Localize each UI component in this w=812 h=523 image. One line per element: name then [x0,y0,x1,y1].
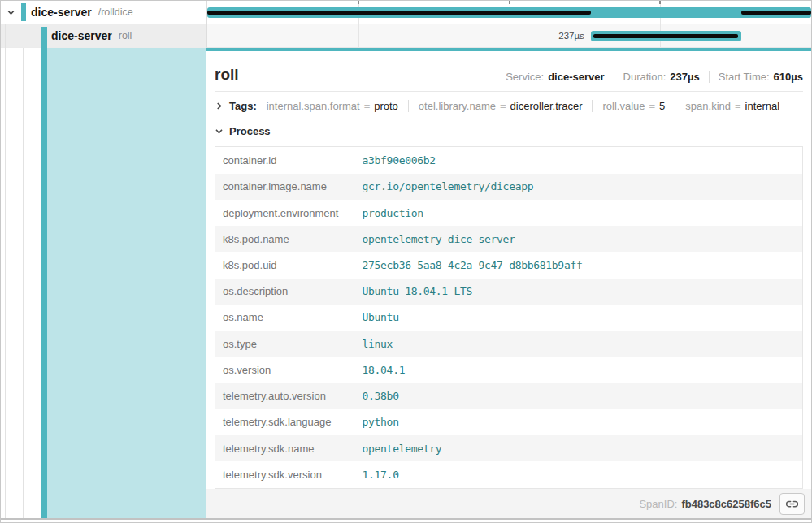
span-detail-footer: SpanID: fb483c8c6258f6c5 [206,489,811,518]
divider [709,71,710,83]
tag-item: internal.span.format=proto [267,100,398,112]
tags-accordion-toggle[interactable]: Tags: internal.span.format=protootel.lib… [206,92,811,119]
process-value: linux [363,331,803,357]
process-key: telemetry.sdk.version [215,461,363,488]
tag-item: span.kind=internal [685,100,779,112]
service-name: dice-server [51,29,112,42]
operation-name: roll [119,30,132,41]
process-label: Process [229,125,271,137]
service-value: dice-server [548,71,604,83]
process-row: k8s.pod.nameopentelemetry-dice-server [215,226,803,252]
ruler-tick [509,1,510,4]
divider [675,100,675,112]
process-accordion-toggle[interactable]: Process [206,119,811,143]
process-row: container.image.namegcr.io/opentelemetry… [215,174,803,200]
process-row: os.typelinux [215,331,803,357]
span-id-value: fb483c8c6258f6c5 [681,498,771,510]
span-id-label: SpanID: [639,498,677,510]
process-row: telemetry.sdk.nameopentelemetry [215,435,803,461]
span-duration-label: 237µs [558,31,584,41]
divider [408,100,409,112]
timeline-cell-roll: 237µs [206,24,811,48]
span-operation-title: roll [215,66,239,83]
service-name: dice-server [31,6,92,19]
span-bar-stripe [593,34,738,38]
start-time-label: Start Time: [719,71,770,83]
process-value: opentelemetry [363,435,803,461]
duration-value: 237µs [670,71,699,83]
start-time-value: 610µs [774,71,803,83]
process-value: 18.04.1 [363,357,803,383]
ruler-tick [659,1,661,4]
selected-span-accent-rail [41,27,47,518]
tag-val: proto [374,100,398,112]
span-overview: Service: dice-server Duration: 237µs Sta… [506,71,803,83]
timeline-cell-rolldice [206,1,811,24]
chevron-down-icon [215,127,224,136]
tag-eq: = [649,100,656,112]
process-row: os.nameUbuntu [215,305,803,331]
process-row: os.version18.04.1 [215,357,803,383]
process-key: container.id [215,147,363,174]
duration-label: Duration: [623,71,667,83]
process-value: 0.38b0 [363,383,803,409]
selected-span-accent-fill [47,48,206,518]
tag-item: otel.library.name=diceroller.tracer [419,100,583,112]
tag-key: otel.library.name [419,100,496,112]
span-color-block [21,3,26,21]
span-bar-stripe [207,11,591,15]
tag-val: 5 [659,100,665,112]
divider [592,100,593,112]
jaeger-trace-view: dice-server /rolldice dice-server roll 2… [0,0,812,523]
gridline [510,24,510,47]
span-bar-rolldice[interactable] [207,7,811,18]
tags-summary: internal.span.format=protootel.library.n… [267,100,780,112]
tag-item: roll.value=5 [602,100,665,112]
process-key: telemetry.sdk.name [215,435,363,461]
process-value: 275ecb36-5aa8-4c2a-9c47-d8bb681b9aff [363,252,803,278]
span-detail-panel: roll Service: dice-server Duration: 237µ… [206,48,811,518]
process-row: telemetry.auto.version0.38b0 [215,383,803,409]
span-name-cell-rolldice[interactable]: dice-server /rolldice [1,1,206,24]
process-key: os.type [215,331,363,357]
process-key: os.name [215,305,363,331]
process-value: python [363,409,803,435]
tags-label: Tags: [229,100,257,112]
process-key: telemetry.auto.version [215,383,363,409]
process-row: os.descriptionUbuntu 18.04.1 LTS [215,279,803,305]
tag-eq: = [735,100,741,112]
process-row: telemetry.sdk.languagepython [215,409,803,435]
tag-val: internal [745,100,780,112]
span-detail-header: roll Service: dice-server Duration: 237µ… [215,51,803,92]
process-value: a3bf90e006b2 [363,147,803,174]
indent-guide [5,24,6,518]
span-bar-stripe [741,11,811,15]
span-bar-roll[interactable] [591,31,741,41]
process-key: os.version [215,357,363,383]
deep-link-button[interactable] [779,493,805,515]
tag-key: roll.value [602,100,645,112]
process-key: k8s.pod.uid [215,252,363,278]
bottom-divider [1,518,811,520]
process-value: opentelemetry-dice-server [363,226,803,252]
divider [614,71,614,83]
process-row: k8s.pod.uid275ecb36-5aa8-4c2a-9c47-d8bb6… [215,252,803,278]
operation-name: /rolldice [98,6,133,18]
process-key: deployment.environment [215,200,363,226]
collapse-chevron-down-icon[interactable] [7,8,15,17]
process-key: k8s.pod.name [215,226,363,252]
process-key: os.description [215,279,363,305]
tag-key: span.kind [685,100,731,112]
span-row-rolldice: dice-server /rolldice [1,1,811,24]
span-name-cell-roll[interactable]: dice-server roll [1,24,206,48]
process-key: telemetry.sdk.language [215,409,363,435]
process-value: production [363,200,803,226]
process-value: 1.17.0 [363,461,803,488]
chevron-right-icon [215,102,224,110]
indent-guide [23,48,24,518]
process-value: Ubuntu 18.04.1 LTS [363,279,803,305]
tag-key: internal.span.format [267,100,360,112]
tag-eq: = [364,100,371,112]
process-row: deployment.environmentproduction [215,200,803,226]
gridline [358,24,359,47]
